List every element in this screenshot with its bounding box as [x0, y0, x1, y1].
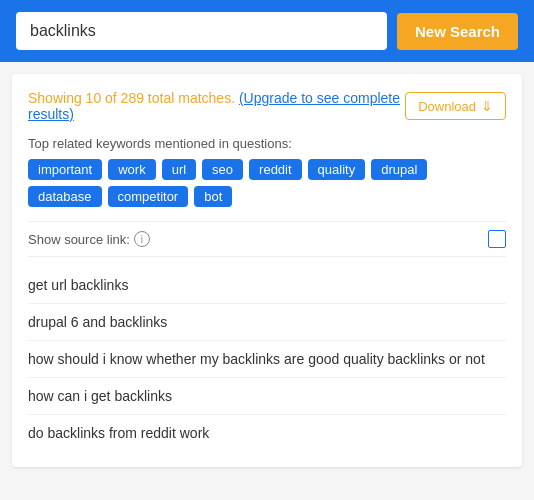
main-content: Showing 10 of 289 total matches. (Upgrad…	[12, 74, 522, 467]
keyword-tag[interactable]: seo	[202, 159, 243, 180]
new-search-button[interactable]: New Search	[397, 13, 518, 50]
keyword-tag[interactable]: reddit	[249, 159, 302, 180]
source-link-row: Show source link: i	[28, 221, 506, 257]
download-label: Download	[418, 99, 476, 114]
result-item[interactable]: how should i know whether my backlinks a…	[28, 341, 506, 378]
keyword-tag[interactable]: drupal	[371, 159, 427, 180]
keyword-tag[interactable]: work	[108, 159, 155, 180]
result-item[interactable]: drupal 6 and backlinks	[28, 304, 506, 341]
source-link-label: Show source link: i	[28, 231, 150, 247]
results-count: Showing 10 of 289 total matches.	[28, 90, 235, 106]
results-list: get url backlinksdrupal 6 and backlinksh…	[28, 267, 506, 451]
download-icon: ⇓	[481, 98, 493, 114]
source-link-checkbox[interactable]	[488, 230, 506, 248]
keyword-tag[interactable]: important	[28, 159, 102, 180]
result-item[interactable]: how can i get backlinks	[28, 378, 506, 415]
result-item[interactable]: get url backlinks	[28, 267, 506, 304]
source-link-text: Show source link:	[28, 232, 130, 247]
keywords-label: Top related keywords mentioned in questi…	[28, 136, 506, 151]
result-item[interactable]: do backlinks from reddit work	[28, 415, 506, 451]
keyword-tag[interactable]: quality	[308, 159, 366, 180]
keyword-tag[interactable]: bot	[194, 186, 232, 207]
info-icon[interactable]: i	[134, 231, 150, 247]
keyword-tag[interactable]: competitor	[108, 186, 189, 207]
results-row: Showing 10 of 289 total matches. (Upgrad…	[28, 90, 506, 122]
results-info: Showing 10 of 289 total matches. (Upgrad…	[28, 90, 405, 122]
keywords-container: importantworkurlseoredditqualitydrupalda…	[28, 159, 506, 207]
download-button[interactable]: Download ⇓	[405, 92, 506, 120]
keyword-tag[interactable]: database	[28, 186, 102, 207]
search-input[interactable]: backlinks	[16, 12, 387, 50]
header: backlinks New Search	[0, 0, 534, 62]
keyword-tag[interactable]: url	[162, 159, 196, 180]
